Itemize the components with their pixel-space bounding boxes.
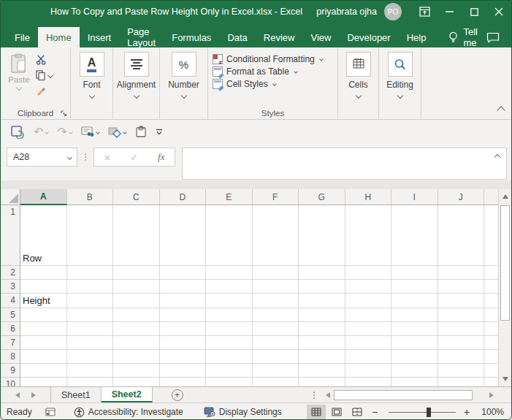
tab-data[interactable]: Data <box>219 27 255 47</box>
column-header-J[interactable]: J <box>438 189 485 205</box>
zoom-slider-thumb[interactable] <box>427 408 431 417</box>
clipboard-pin-icon[interactable] <box>132 123 150 141</box>
cell-I3[interactable] <box>391 280 438 294</box>
minimize-button[interactable] <box>437 1 462 23</box>
cell-E3[interactable] <box>206 280 253 294</box>
tab-review[interactable]: Review <box>256 27 303 47</box>
cell-G7[interactable] <box>299 336 345 350</box>
next-sheet-icon[interactable] <box>31 392 36 398</box>
cancel-icon[interactable]: × <box>104 151 110 164</box>
cell-F3[interactable] <box>253 280 299 294</box>
cell-H3[interactable] <box>345 280 392 294</box>
cell-F1[interactable] <box>253 205 299 266</box>
cell-E6[interactable] <box>206 322 253 336</box>
column-header-A[interactable]: A <box>20 189 67 205</box>
number-group-button[interactable]: % Number <box>160 47 208 119</box>
cell-I10[interactable] <box>391 378 438 386</box>
cell-H9[interactable] <box>345 364 392 378</box>
cell-B10[interactable] <box>67 378 114 386</box>
cell-A5[interactable] <box>20 308 67 322</box>
font-group-button[interactable]: A Font <box>71 47 113 119</box>
cell-H1[interactable] <box>345 205 392 266</box>
zoom-level[interactable]: 100% <box>475 407 504 417</box>
sheet-tab-sheet2[interactable]: Sheet2 <box>102 387 153 402</box>
scroll-down-icon[interactable] <box>499 372 511 386</box>
cell-B3[interactable] <box>67 280 114 294</box>
vertical-scroll-thumb[interactable] <box>500 205 510 321</box>
cell-C3[interactable] <box>113 280 160 294</box>
normal-view-icon[interactable] <box>307 405 326 420</box>
cell-E1[interactable] <box>206 205 253 266</box>
shapes-button[interactable] <box>105 123 129 141</box>
cell-A3[interactable] <box>20 280 67 294</box>
user-name[interactable]: priyabrata ojha <box>316 7 377 17</box>
cell-C7[interactable] <box>113 336 160 350</box>
cell-J7[interactable] <box>438 336 485 350</box>
accessibility-status[interactable]: Accessibility: Investigate <box>74 407 183 418</box>
cell-G1[interactable] <box>299 205 345 266</box>
scroll-right-icon[interactable] <box>486 389 497 401</box>
cell-A1[interactable]: Row <box>20 205 67 266</box>
column-header-B[interactable]: B <box>67 189 114 205</box>
cell-J1[interactable] <box>438 205 485 266</box>
cell-J9[interactable] <box>438 364 485 378</box>
tab-formulas[interactable]: Formulas <box>164 27 219 47</box>
cell-D7[interactable] <box>160 336 207 350</box>
cell-B4[interactable] <box>67 294 114 308</box>
collapse-formula-bar-icon[interactable] <box>494 154 500 160</box>
customize-qat-icon[interactable] <box>153 123 166 141</box>
clipboard-dialog-launcher[interactable] <box>61 110 67 117</box>
select-all-button[interactable] <box>1 189 20 205</box>
format-painter-button[interactable] <box>36 85 53 96</box>
enter-icon[interactable]: ✓ <box>130 152 138 163</box>
cell-J4[interactable] <box>438 294 485 308</box>
cell-A7[interactable] <box>20 336 67 350</box>
cell-E8[interactable] <box>206 350 253 364</box>
row-header-2[interactable]: 2 <box>1 266 20 280</box>
cell-B5[interactable] <box>67 308 114 322</box>
tab-insert[interactable]: Insert <box>80 27 120 47</box>
zoom-in-button[interactable]: + <box>460 406 473 418</box>
name-box[interactable]: A28 <box>7 148 77 167</box>
tab-home[interactable]: Home <box>38 27 80 47</box>
tab-developer[interactable]: Developer <box>339 27 398 47</box>
cell-F5[interactable] <box>253 308 299 322</box>
formula-input[interactable] <box>182 148 507 180</box>
column-header-I[interactable]: I <box>391 189 438 205</box>
redo-button[interactable]: ↷ <box>54 123 74 141</box>
row-header-1[interactable]: 1 <box>1 205 20 266</box>
cell-C8[interactable] <box>113 350 160 364</box>
cell-H7[interactable] <box>345 336 392 350</box>
cell-F6[interactable] <box>253 322 299 336</box>
add-sheet-button[interactable]: + <box>172 389 183 401</box>
collapse-ribbon-chevron-icon[interactable] <box>497 106 505 114</box>
cell-F2[interactable] <box>253 266 299 280</box>
tab-help[interactable]: Help <box>399 27 435 47</box>
row-header-9[interactable]: 9 <box>1 364 20 378</box>
cell-F8[interactable] <box>253 350 299 364</box>
cell-J5[interactable] <box>438 308 485 322</box>
cell-H10[interactable] <box>345 378 392 386</box>
cell-F9[interactable] <box>253 364 299 378</box>
cell-A6[interactable] <box>20 322 67 336</box>
tab-file[interactable]: File <box>7 27 38 47</box>
cell-J3[interactable] <box>438 280 485 294</box>
horizontal-scroll-thumb[interactable] <box>334 390 473 400</box>
insert-function-icon[interactable]: fx <box>158 151 164 163</box>
column-header-D[interactable]: D <box>160 189 207 205</box>
maximize-button[interactable] <box>462 1 486 23</box>
comments-icon[interactable] <box>486 27 500 47</box>
cell-H2[interactable] <box>345 266 392 280</box>
tab-splitter-handle[interactable] <box>313 392 322 399</box>
cell-I2[interactable] <box>391 266 438 280</box>
cell-H4[interactable] <box>345 294 392 308</box>
row-header-7[interactable]: 7 <box>1 336 20 350</box>
column-header-H[interactable]: H <box>345 189 392 205</box>
row-header-3[interactable]: 3 <box>1 280 20 294</box>
cell-G6[interactable] <box>299 322 345 336</box>
editing-group-button[interactable]: Editing <box>379 47 421 119</box>
cell-D1[interactable] <box>160 205 207 266</box>
cell-D5[interactable] <box>160 308 207 322</box>
page-break-view-icon[interactable] <box>348 405 367 420</box>
cell-B6[interactable] <box>67 322 114 336</box>
